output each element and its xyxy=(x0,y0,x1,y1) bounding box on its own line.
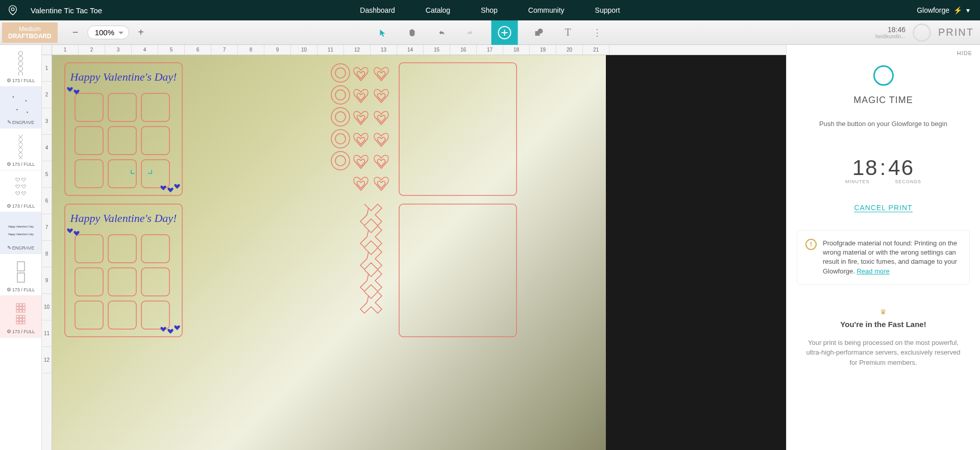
undo-button[interactable] xyxy=(433,24,450,41)
svg-rect-54 xyxy=(75,301,103,329)
svg-point-66 xyxy=(335,156,346,166)
redo-button[interactable] xyxy=(462,24,479,41)
svg-text:Happy Valentine's Day: Happy Valentine's Day xyxy=(8,225,34,228)
svg-point-65 xyxy=(331,152,350,170)
cut-icon: ⚙ xyxy=(7,329,11,334)
svg-rect-21 xyxy=(22,304,25,306)
print-bed[interactable]: Happy Valentine's Day! Happy Valentine's… xyxy=(52,55,786,450)
step-item[interactable]: ⚙173 / FULL xyxy=(0,45,41,87)
svg-rect-68 xyxy=(399,204,517,337)
svg-point-14 xyxy=(27,112,28,113)
step-item[interactable]: ⚙173 / FULL xyxy=(0,296,41,338)
svg-rect-48 xyxy=(75,235,103,263)
minutes-label: MINUTES xyxy=(845,179,870,184)
step-item[interactable]: ⚙173 / FULL xyxy=(0,129,41,170)
cut-icon: ⚙ xyxy=(7,78,11,83)
svg-point-6 xyxy=(18,52,22,56)
svg-rect-32 xyxy=(19,318,22,321)
step-item[interactable]: ⚙173 / FULL xyxy=(0,254,41,296)
svg-rect-34 xyxy=(16,321,19,324)
add-artwork-button[interactable] xyxy=(492,20,518,45)
svg-point-59 xyxy=(331,86,350,104)
hide-panel-button[interactable]: HIDE xyxy=(957,50,972,56)
svg-rect-29 xyxy=(19,315,22,318)
svg-rect-28 xyxy=(16,315,19,318)
svg-point-62 xyxy=(335,112,346,122)
zoom-in-button[interactable]: + xyxy=(133,25,149,40)
step-item[interactable]: ✎ENGRAVE xyxy=(0,87,41,129)
crown-icon: ♛ xyxy=(880,308,887,316)
print-button[interactable]: PRINT xyxy=(938,27,974,38)
svg-rect-44 xyxy=(75,160,103,188)
svg-point-61 xyxy=(331,108,350,126)
cut-icon: ⚙ xyxy=(7,287,11,292)
svg-point-0 xyxy=(11,8,14,11)
step-item[interactable]: Happy Valentine's DayHappy Valentine's D… xyxy=(0,212,41,254)
print-time-info: 18:46 heidikundin... xyxy=(875,26,905,39)
ruler-vertical: 123456789101112 xyxy=(42,55,52,450)
zoom-out-button[interactable]: − xyxy=(68,25,83,40)
select-tool[interactable] xyxy=(375,24,391,41)
svg-point-5 xyxy=(538,29,543,34)
svg-rect-40 xyxy=(141,93,169,121)
svg-rect-53 xyxy=(141,268,169,296)
svg-rect-51 xyxy=(75,268,103,296)
engrave-icon: ✎ xyxy=(7,119,11,125)
bolt-icon: ⚡ xyxy=(953,6,962,14)
engrave-icon: ✎ xyxy=(7,245,11,251)
user-menu[interactable]: Glowforge ⚡ ▾ xyxy=(917,6,980,14)
material-badge[interactable]: Medium DRAFTBOARD xyxy=(2,22,58,43)
text-tool[interactable]: T xyxy=(560,24,576,41)
nav-catalog[interactable]: Catalog xyxy=(426,6,450,14)
read-more-link[interactable]: Read more xyxy=(856,267,889,275)
fast-lane-title: You're in the Fast Lane! xyxy=(840,320,926,329)
more-tool[interactable]: ⋮ xyxy=(589,24,605,41)
svg-rect-67 xyxy=(399,63,517,195)
nav-community[interactable]: Community xyxy=(528,6,565,14)
svg-point-58 xyxy=(335,68,346,78)
svg-point-60 xyxy=(335,90,346,100)
svg-point-8 xyxy=(18,62,22,66)
svg-rect-49 xyxy=(108,235,136,263)
svg-point-63 xyxy=(331,130,350,148)
svg-rect-22 xyxy=(16,307,19,309)
material-line2: DRAFTBOARD xyxy=(8,33,52,40)
svg-point-12 xyxy=(25,100,27,102)
pan-tool[interactable] xyxy=(404,24,421,41)
svg-point-7 xyxy=(18,57,22,61)
progress-spinner-icon xyxy=(913,23,931,42)
warning-box: ! Proofgrade material not found: Printin… xyxy=(797,230,970,285)
step-item[interactable]: ⚙173 / FULL xyxy=(0,170,41,212)
svg-rect-31 xyxy=(16,318,19,321)
app-logo[interactable] xyxy=(0,5,26,16)
magic-subtitle: Push the button on your Glowforge to beg… xyxy=(819,120,947,128)
svg-rect-33 xyxy=(22,318,25,321)
print-panel: HIDE MAGIC TIME Push the button on your … xyxy=(786,45,980,450)
svg-rect-43 xyxy=(141,127,169,155)
project-title: Valentine Tic Tac Toe xyxy=(26,6,102,15)
nav-shop[interactable]: Shop xyxy=(481,6,498,14)
design-artwork[interactable]: Happy Valentine's Day! Happy Valentine's… xyxy=(52,55,606,412)
svg-rect-25 xyxy=(16,310,19,312)
cancel-print-button[interactable]: CANCEL PRINT xyxy=(854,204,912,212)
svg-rect-30 xyxy=(22,315,25,318)
svg-rect-39 xyxy=(108,93,136,121)
svg-rect-19 xyxy=(16,304,19,306)
material-line1: Medium xyxy=(8,26,52,33)
steps-panel: ⚙173 / FULL ✎ENGRAVE ⚙173 / FULL ⚙173 / … xyxy=(0,45,42,450)
zoom-select[interactable]: 100% xyxy=(87,26,129,39)
fast-lane-desc: Your print is being processed on the mos… xyxy=(797,338,970,368)
nav-dashboard[interactable]: Dashboard xyxy=(360,6,395,14)
svg-point-10 xyxy=(18,71,22,75)
ruler-horizontal: 123456789101112131415161718192021 xyxy=(52,45,786,55)
warning-icon: ! xyxy=(805,239,817,250)
svg-rect-38 xyxy=(75,93,103,121)
nav-support[interactable]: Support xyxy=(595,6,620,14)
chevron-down-icon: ▾ xyxy=(966,6,970,14)
svg-rect-52 xyxy=(108,268,136,296)
svg-rect-55 xyxy=(108,301,136,329)
magic-circle-icon xyxy=(873,65,894,86)
svg-point-9 xyxy=(18,66,22,70)
shapes-tool[interactable] xyxy=(531,24,547,41)
svg-rect-50 xyxy=(141,235,169,263)
